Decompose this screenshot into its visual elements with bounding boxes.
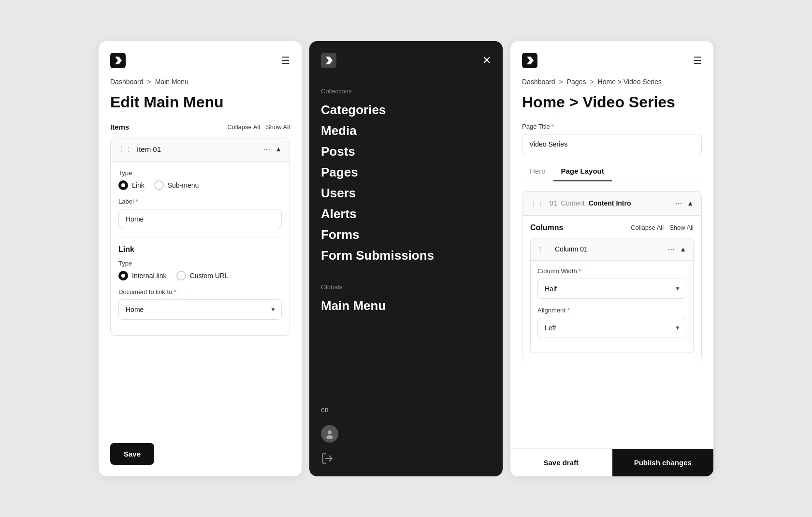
breadcrumb-sep: > <box>147 78 151 86</box>
columns-collapse-all-button[interactable]: Collapse All <box>631 224 664 231</box>
link-type-label: Type <box>118 260 282 267</box>
right-breadcrumb-current: Home > Video Series <box>598 78 662 86</box>
logo <box>110 53 126 68</box>
right-logo <box>522 53 537 68</box>
column-card-left: ⋮⋮ Column 01 <box>537 245 588 253</box>
content-block-left: ⋮⋮ 01 Content Content Intro <box>530 199 631 207</box>
breadcrumb: Dashboard > Main Menu <box>110 78 290 86</box>
item-card-body: Type Link Sub-menu Label Link <box>111 162 290 335</box>
collapse-all-button[interactable]: Collapse All <box>227 123 260 131</box>
nav-item-users[interactable]: Users <box>321 183 491 204</box>
block-number: 01 <box>550 199 557 207</box>
right-breadcrumb-pages[interactable]: Pages <box>567 78 586 86</box>
nav-item-main-menu[interactable]: Main Menu <box>321 295 491 316</box>
nav-item-form-submissions[interactable]: Form Submissions <box>321 245 491 266</box>
right-sep2: > <box>590 78 594 86</box>
nav-item-forms[interactable]: Forms <box>321 224 491 245</box>
avatar[interactable] <box>321 425 338 443</box>
item-card-left: ⋮⋮ Item 01 <box>118 145 161 153</box>
item-more-button[interactable]: ··· <box>263 144 270 154</box>
nav-close-button[interactable]: ✕ <box>482 54 491 67</box>
nav-language: en <box>321 406 491 414</box>
tab-page-layout[interactable]: Page Layout <box>553 162 612 181</box>
column-more-button[interactable]: ··· <box>667 244 675 254</box>
document-label: Document to link to <box>118 288 282 295</box>
type-submenu-label: Sub-menu <box>168 181 199 189</box>
globals-label: Globals <box>321 283 491 291</box>
internal-link-radio[interactable] <box>118 271 128 281</box>
right-hamburger-button[interactable]: ☰ <box>693 56 702 65</box>
svg-point-3 <box>326 435 333 439</box>
custom-url-option[interactable]: Custom URL <box>176 271 229 281</box>
alignment-select[interactable]: Left Center Right <box>537 318 686 338</box>
block-drag-handle-icon[interactable]: ⋮⋮ <box>530 199 544 207</box>
column-collapse-button[interactable]: ▲ <box>680 245 686 253</box>
middle-panel: ✕ Collections Categories Media Posts Pag… <box>309 41 503 476</box>
column-drag-handle-icon[interactable]: ⋮⋮ <box>537 246 550 253</box>
logout-icon[interactable] <box>321 452 491 465</box>
alignment-group: Alignment Left Center Right ▼ <box>537 307 686 338</box>
column-width-label: Column Width <box>537 267 686 275</box>
item-name: Item 01 <box>137 145 161 153</box>
nav-item-categories[interactable]: Categories <box>321 100 491 120</box>
custom-url-label: Custom URL <box>190 272 229 280</box>
page-title-input[interactable] <box>522 134 702 154</box>
link-type-radio-group: Internal link Custom URL <box>118 271 282 281</box>
internal-link-label: Internal link <box>132 272 167 280</box>
type-field-group: Type Link Sub-menu <box>118 169 282 190</box>
nav-item-alerts[interactable]: Alerts <box>321 204 491 224</box>
columns-label: Columns <box>530 223 563 232</box>
type-submenu-option[interactable]: Sub-menu <box>154 180 199 190</box>
breadcrumb-parent[interactable]: Dashboard <box>110 78 144 86</box>
right-sep1: > <box>559 78 563 86</box>
page-title: Edit Main Menu <box>110 93 290 111</box>
column-width-select[interactable]: Half Full Quarter <box>537 279 686 299</box>
right-page-title: Home > Video Series <box>522 93 702 111</box>
drag-handle-icon[interactable]: ⋮⋮ <box>118 145 132 153</box>
bottom-actions: Save draft Publish changes <box>510 448 713 476</box>
content-block-body: Columns Collapse All Show All ⋮⋮ Column … <box>522 216 701 361</box>
label-input[interactable] <box>118 209 282 229</box>
document-select-wrapper: Home ▼ <box>118 299 282 320</box>
column-width-select-wrapper: Half Full Quarter ▼ <box>537 279 686 299</box>
block-name: Content Intro <box>589 199 631 207</box>
link-type-field-group: Type Internal link Custom URL <box>118 260 282 281</box>
globals-section: Globals Main Menu <box>321 280 491 316</box>
type-link-option[interactable]: Link <box>118 180 145 190</box>
columns-show-all-button[interactable]: Show All <box>669 224 694 231</box>
publish-button[interactable]: Publish changes <box>612 449 714 476</box>
item-card: ⋮⋮ Item 01 ··· ▲ Type Link Sub-menu <box>110 137 290 336</box>
tabs: Hero Page Layout <box>522 162 702 181</box>
link-section: Link Type Internal link Custom URL <box>118 237 282 320</box>
block-collapse-button[interactable]: ▲ <box>687 199 694 207</box>
hamburger-button[interactable]: ☰ <box>281 56 290 65</box>
nav-item-media[interactable]: Media <box>321 120 491 141</box>
right-breadcrumb: Dashboard > Pages > Home > Video Series <box>522 78 702 86</box>
document-select[interactable]: Home <box>118 299 282 320</box>
content-block: ⋮⋮ 01 Content Content Intro ··· ▲ Column… <box>522 191 702 361</box>
internal-link-option[interactable]: Internal link <box>118 271 167 281</box>
nav-bottom: en <box>321 394 491 465</box>
column-card-right: ··· ▲ <box>667 244 686 254</box>
block-more-button[interactable]: ··· <box>675 198 682 208</box>
type-link-radio[interactable] <box>118 180 128 190</box>
nav-item-posts[interactable]: Posts <box>321 141 491 162</box>
custom-url-radio[interactable] <box>176 271 186 281</box>
alignment-select-wrapper: Left Center Right ▼ <box>537 318 686 338</box>
tab-hero[interactable]: Hero <box>522 162 553 181</box>
breadcrumb-current: Main Menu <box>155 78 188 86</box>
item-collapse-button[interactable]: ▲ <box>275 145 282 153</box>
nav-header: ✕ <box>321 53 491 68</box>
link-section-title: Link <box>118 245 282 254</box>
nav-item-pages[interactable]: Pages <box>321 162 491 183</box>
collections-label: Collections <box>321 88 491 95</box>
type-submenu-radio[interactable] <box>154 180 164 190</box>
content-block-right: ··· ▲ <box>675 198 694 208</box>
items-label: Items <box>110 123 129 131</box>
right-breadcrumb-dashboard[interactable]: Dashboard <box>522 78 555 86</box>
show-all-button[interactable]: Show All <box>266 123 290 131</box>
save-draft-button[interactable]: Save draft <box>510 449 612 476</box>
save-button[interactable]: Save <box>110 443 154 465</box>
svg-point-2 <box>328 430 332 434</box>
column-card-header: ⋮⋮ Column 01 ··· ▲ <box>531 238 693 261</box>
